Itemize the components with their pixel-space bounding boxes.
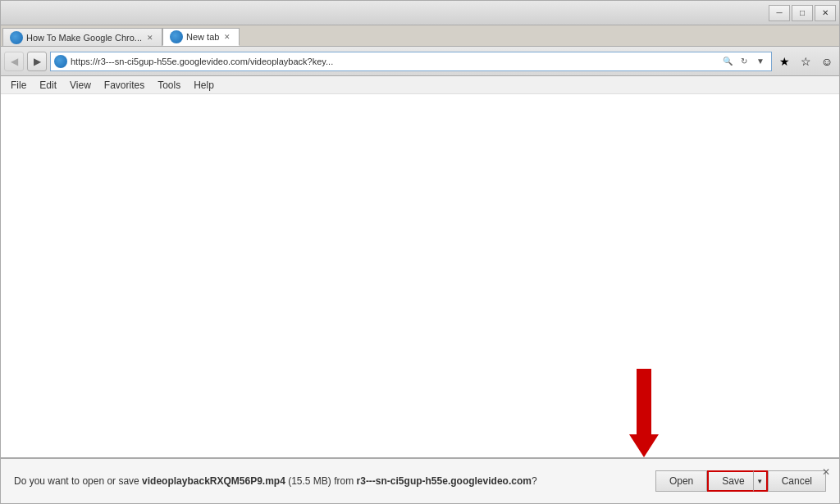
red-arrow-annotation bbox=[629, 369, 659, 457]
tab-label-2: New tab bbox=[186, 32, 219, 42]
tab-label-1: How To Make Google Chro... bbox=[26, 33, 142, 43]
prompt-prefix: Do you want to open or save bbox=[14, 475, 142, 487]
tab-how-to[interactable]: How To Make Google Chro... ✕ bbox=[2, 28, 162, 46]
toolbar-icons: ★ ☆ ☺ bbox=[775, 52, 836, 70]
window-controls: ─ □ ✕ bbox=[769, 5, 836, 21]
address-box: https://r3---sn-ci5gup-h55e.googlevideo.… bbox=[50, 52, 772, 71]
dropdown-button[interactable]: ▼ bbox=[753, 53, 768, 70]
menu-view[interactable]: View bbox=[63, 78, 98, 93]
favorites-icon[interactable]: ☆ bbox=[797, 52, 815, 70]
file-size: (15.5 MB) from bbox=[285, 475, 357, 487]
save-group: Save ▼ bbox=[707, 470, 767, 492]
tab-bar: How To Make Google Chro... ✕ New tab ✕ bbox=[1, 25, 839, 47]
download-buttons: Open Save ▼ Cancel bbox=[655, 470, 826, 492]
menu-help[interactable]: Help bbox=[187, 78, 221, 93]
save-dropdown-button[interactable]: ▼ bbox=[753, 470, 768, 492]
search-icon[interactable]: 🔍 bbox=[720, 53, 735, 70]
tab-icon-1 bbox=[10, 31, 23, 44]
prompt-suffix: ? bbox=[532, 475, 537, 487]
home-icon[interactable]: ★ bbox=[775, 52, 793, 70]
menu-file[interactable]: File bbox=[4, 78, 33, 93]
tab-close-1[interactable]: ✕ bbox=[145, 33, 155, 43]
arrow-head bbox=[629, 434, 659, 457]
open-button[interactable]: Open bbox=[655, 470, 707, 492]
minimize-button[interactable]: ─ bbox=[769, 5, 790, 21]
address-bar-row: ◀ ▶ https://r3---sn-ci5gup-h55e.googlevi… bbox=[1, 47, 839, 76]
arrow-shaft bbox=[637, 369, 651, 434]
save-button[interactable]: Save bbox=[707, 470, 752, 492]
menu-favorites[interactable]: Favorites bbox=[98, 78, 151, 93]
download-prompt-text: Do you want to open or save videoplaybac… bbox=[14, 474, 649, 488]
browser-window: ─ □ ✕ How To Make Google Chro... ✕ New t… bbox=[0, 0, 840, 504]
refresh-button[interactable]: ↻ bbox=[737, 53, 751, 70]
download-bar: Do you want to open or save videoplaybac… bbox=[1, 457, 839, 503]
source-domain: r3---sn-ci5gup-h55e.googlevideo.com bbox=[357, 475, 532, 487]
close-button[interactable]: ✕ bbox=[815, 5, 836, 21]
address-icon bbox=[54, 55, 67, 68]
content-area: Do you want to open or save videoplaybac… bbox=[1, 94, 839, 503]
forward-button[interactable]: ▶ bbox=[27, 52, 47, 71]
back-button[interactable]: ◀ bbox=[4, 52, 24, 71]
tab-new-tab[interactable]: New tab ✕ bbox=[162, 28, 240, 46]
menu-tools[interactable]: Tools bbox=[151, 78, 187, 93]
address-actions: 🔍 ↻ ▼ bbox=[720, 53, 768, 70]
download-close-button[interactable]: ✕ bbox=[819, 465, 833, 479]
menu-bar: File Edit View Favorites Tools Help bbox=[1, 76, 839, 94]
title-bar: ─ □ ✕ bbox=[1, 1, 839, 25]
cancel-button[interactable]: Cancel bbox=[768, 470, 826, 492]
smiley-icon[interactable]: ☺ bbox=[818, 52, 836, 70]
menu-edit[interactable]: Edit bbox=[33, 78, 63, 93]
filename: videoplaybackRXQM56P9.mp4 bbox=[142, 475, 285, 487]
maximize-button[interactable]: □ bbox=[792, 5, 813, 21]
tab-close-2[interactable]: ✕ bbox=[222, 32, 232, 42]
address-text: https://r3---sn-ci5gup-h55e.googlevideo.… bbox=[71, 57, 717, 66]
tab-icon-2 bbox=[170, 30, 183, 43]
